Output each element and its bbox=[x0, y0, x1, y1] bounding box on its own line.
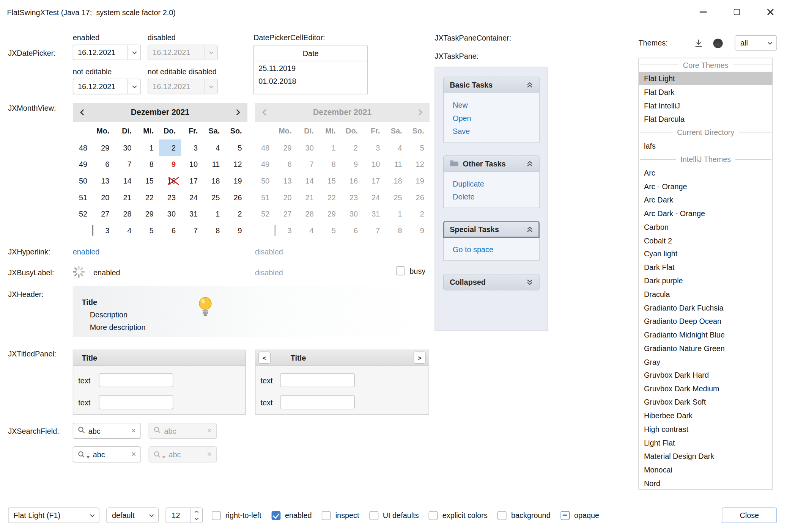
theme-item[interactable]: Gruvbox Dark Medium bbox=[639, 382, 773, 395]
theme-item[interactable]: Flat Dark bbox=[639, 85, 773, 99]
checkbox-ui-defaults[interactable]: UI defaults bbox=[369, 511, 419, 520]
github-icon[interactable] bbox=[711, 37, 724, 50]
monthview-day[interactable]: 29 bbox=[93, 140, 115, 156]
theme-item[interactable]: Flat Light bbox=[639, 72, 773, 85]
monthview-day[interactable]: 31 bbox=[181, 206, 203, 222]
theme-item[interactable]: Arc Dark - Orange bbox=[639, 207, 773, 220]
monthview-day[interactable]: 6 bbox=[93, 156, 115, 173]
themes-list[interactable]: Core ThemesFlat LightFlat DarkFlat Intel… bbox=[638, 58, 773, 490]
themes-filter-combo[interactable]: all bbox=[735, 35, 777, 51]
theme-item[interactable]: Light Flat bbox=[639, 436, 773, 449]
theme-item[interactable]: lafs bbox=[639, 139, 773, 153]
monthview-day[interactable]: 25 bbox=[203, 189, 225, 206]
close-button[interactable]: Close bbox=[722, 508, 777, 523]
maximize-button[interactable] bbox=[720, 0, 754, 24]
monthview-day[interactable]: 11 bbox=[203, 156, 225, 173]
taskpane-link[interactable]: Duplicate bbox=[453, 180, 530, 188]
monthview-day[interactable]: 2 bbox=[225, 206, 247, 222]
theme-item[interactable]: Gruvbox Dark Hard bbox=[639, 369, 773, 382]
monthview-day[interactable]: 9 bbox=[225, 222, 247, 239]
theme-item[interactable]: Hiberbee Dark bbox=[639, 409, 773, 422]
theme-item[interactable]: Dracula bbox=[639, 287, 773, 301]
checkbox-enabled[interactable]: enabled bbox=[271, 511, 312, 520]
monthview-day[interactable]: 18 bbox=[203, 173, 225, 189]
checkbox-background[interactable]: background bbox=[497, 511, 550, 520]
taskpane-header[interactable]: Collapsed bbox=[443, 274, 540, 290]
checkbox-box[interactable] bbox=[497, 511, 507, 520]
taskpane-link[interactable]: Go to space bbox=[453, 245, 530, 254]
download-icon[interactable] bbox=[693, 37, 705, 49]
clear-icon[interactable]: × bbox=[131, 450, 136, 459]
text-input[interactable] bbox=[99, 395, 173, 409]
titledpanel-left-button[interactable]: < bbox=[258, 352, 271, 364]
checkbox-explicit-colors[interactable]: explicit colors bbox=[429, 511, 488, 520]
monthview-day[interactable]: 22 bbox=[137, 189, 159, 206]
text-input[interactable] bbox=[99, 373, 173, 387]
checkbox-box[interactable] bbox=[560, 511, 570, 520]
taskpane-link[interactable]: New bbox=[453, 101, 530, 109]
date-table-row[interactable]: 25.11.2019 bbox=[254, 61, 367, 74]
monthview-day[interactable]: 3 bbox=[93, 222, 115, 239]
spinner-down-button[interactable] bbox=[191, 515, 202, 523]
close-window-button[interactable] bbox=[753, 0, 787, 24]
checkbox-box[interactable] bbox=[322, 511, 331, 520]
monthview-day[interactable]: 6 bbox=[159, 222, 181, 239]
datepicker-field-enabled[interactable]: 16.12.2021 bbox=[73, 45, 141, 60]
collapse-chevron-icon[interactable] bbox=[527, 82, 533, 88]
theme-item[interactable]: Gradianto Midnight Blue bbox=[639, 328, 773, 342]
checkbox-right-to-left[interactable]: right-to-left bbox=[212, 511, 261, 520]
font-size-spinner[interactable]: 12 bbox=[165, 508, 203, 523]
monthview-day[interactable]: 5 bbox=[137, 222, 159, 239]
monthview-day[interactable]: 20 bbox=[93, 189, 115, 206]
monthview-day[interactable]: 27 bbox=[93, 206, 115, 222]
theme-item[interactable]: Flat IntelliJ bbox=[639, 99, 773, 112]
monthview-day[interactable]: 4 bbox=[203, 140, 225, 156]
monthview-day[interactable]: 8 bbox=[203, 222, 225, 239]
theme-item[interactable]: Arc Dark bbox=[639, 193, 773, 207]
datepicker-dropdown-button[interactable] bbox=[127, 79, 140, 94]
theme-item[interactable]: Gradianto Deep Ocean bbox=[639, 314, 773, 328]
expand-chevron-icon[interactable] bbox=[527, 279, 533, 285]
next-month-button[interactable] bbox=[236, 109, 241, 116]
checkbox-box[interactable] bbox=[369, 511, 378, 520]
monthview-day[interactable]: 12 bbox=[225, 156, 247, 173]
theme-item[interactable]: Gradianto Nature Green bbox=[639, 341, 773, 355]
monthview-day[interactable]: 21 bbox=[115, 189, 137, 206]
text-input[interactable] bbox=[280, 395, 355, 409]
theme-item[interactable]: Material Design Dark bbox=[639, 449, 773, 463]
monthview-day[interactable]: 14 bbox=[115, 173, 137, 189]
laf-combo[interactable]: Flat Light (F1) bbox=[8, 508, 99, 523]
monthview-day[interactable]: 5 bbox=[225, 140, 247, 156]
theme-item[interactable]: Gradianto Dark Fuchsia bbox=[639, 301, 773, 315]
prev-month-button[interactable] bbox=[80, 109, 84, 116]
search-menu-icon[interactable] bbox=[78, 450, 90, 458]
monthview-day[interactable]: 26 bbox=[225, 189, 247, 206]
monthview-day[interactable]: 7 bbox=[181, 222, 203, 239]
theme-item[interactable]: Gray bbox=[639, 355, 773, 369]
clear-icon[interactable]: × bbox=[131, 426, 136, 435]
monthview-day[interactable]: 4 bbox=[115, 222, 137, 239]
checkbox-box[interactable] bbox=[396, 266, 405, 275]
taskpane-link[interactable]: Save bbox=[453, 127, 530, 135]
monthview-day[interactable]: 30 bbox=[115, 140, 137, 156]
searchfield-menu-enabled[interactable]: abc × bbox=[73, 446, 141, 462]
monthview-day[interactable]: 10 bbox=[181, 156, 203, 173]
theme-item[interactable]: Dark Flat bbox=[639, 261, 773, 274]
searchfield-enabled[interactable]: abc × bbox=[73, 423, 141, 439]
monthview-day[interactable]: 28 bbox=[115, 206, 137, 222]
taskpane-link[interactable]: Open bbox=[453, 114, 530, 122]
checkbox-inspect[interactable]: inspect bbox=[322, 511, 359, 520]
monthview-day[interactable]: 29 bbox=[137, 206, 159, 222]
monthview-day[interactable]: 17 bbox=[181, 173, 203, 189]
spinner-up-button[interactable] bbox=[191, 508, 202, 515]
checkbox-opaque[interactable]: opaque bbox=[560, 511, 599, 520]
taskpane-header[interactable]: Basic Tasks bbox=[443, 77, 540, 93]
checkbox-box[interactable] bbox=[271, 511, 280, 520]
monthview-day[interactable]: 16 bbox=[159, 173, 181, 189]
monthview-day[interactable]: 3 bbox=[181, 140, 203, 156]
monthview-day[interactable]: 30 bbox=[159, 206, 181, 222]
theme-item[interactable]: Nord bbox=[639, 476, 773, 490]
monthview-day[interactable]: 1 bbox=[203, 206, 225, 222]
theme-item[interactable]: Dark purple bbox=[639, 274, 773, 288]
monthview-day[interactable]: 8 bbox=[137, 156, 159, 173]
